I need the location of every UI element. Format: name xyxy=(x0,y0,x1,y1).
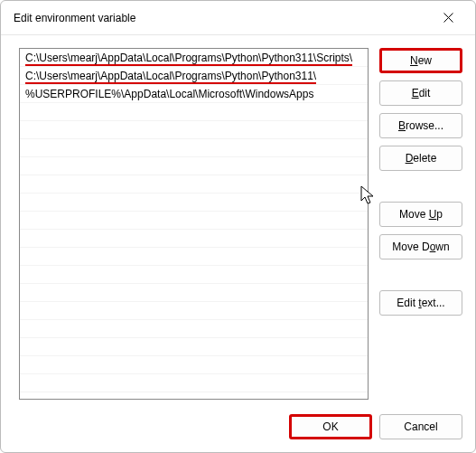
ok-button[interactable]: OK xyxy=(289,414,372,439)
edit-text-button[interactable]: Edit text... xyxy=(379,290,462,316)
main-area: C:\Users\mearj\AppData\Local\Programs\Py… xyxy=(19,48,369,400)
button-gap xyxy=(379,178,462,202)
title-bar: Edit environment variable xyxy=(1,1,475,35)
button-label: OK xyxy=(322,420,338,433)
list-item[interactable]: C:\Users\mearj\AppData\Local\Programs\Py… xyxy=(20,67,368,85)
button-label: Cancel xyxy=(404,420,437,433)
path-listbox[interactable]: C:\Users\mearj\AppData\Local\Programs\Py… xyxy=(19,48,369,400)
button-gap xyxy=(379,267,462,290)
dialog-window: Edit environment variable C:\Users\mearj… xyxy=(0,0,476,453)
client-area: C:\Users\mearj\AppData\Local\Programs\Py… xyxy=(1,35,475,452)
button-label: Move Down xyxy=(392,241,449,253)
list-item[interactable]: %USERPROFILE%\AppData\Local\Microsoft\Wi… xyxy=(20,85,368,103)
button-label: Delete xyxy=(406,152,437,165)
button-label: Edit text... xyxy=(397,297,444,309)
move-down-button[interactable]: Move Down xyxy=(379,234,462,260)
button-label: New xyxy=(410,54,432,67)
move-up-button[interactable]: Move Up xyxy=(379,202,462,227)
new-button[interactable]: New xyxy=(379,48,462,73)
list-item-text: C:\Users\mearj\AppData\Local\Programs\Py… xyxy=(25,52,352,66)
list-rows: C:\Users\mearj\AppData\Local\Programs\Py… xyxy=(20,49,368,103)
cancel-button[interactable]: Cancel xyxy=(379,414,462,439)
window-title: Edit environment variable xyxy=(14,12,428,24)
side-button-column: New Edit Browse... Delete Move Up Move D… xyxy=(379,48,462,323)
close-icon xyxy=(443,13,453,23)
list-item[interactable]: C:\Users\mearj\AppData\Local\Programs\Py… xyxy=(20,49,368,67)
edit-button[interactable]: Edit xyxy=(379,80,462,106)
button-label: Browse... xyxy=(398,119,443,132)
delete-button[interactable]: Delete xyxy=(379,146,462,171)
browse-button[interactable]: Browse... xyxy=(379,113,462,138)
list-item-text: C:\Users\mearj\AppData\Local\Programs\Py… xyxy=(25,70,316,84)
bottom-button-row: OK Cancel xyxy=(289,414,462,439)
button-label: Move Up xyxy=(399,208,443,221)
list-item-text: %USERPROFILE%\AppData\Local\Microsoft\Wi… xyxy=(25,88,313,100)
close-button[interactable] xyxy=(428,4,468,33)
button-label: Edit xyxy=(412,87,431,99)
